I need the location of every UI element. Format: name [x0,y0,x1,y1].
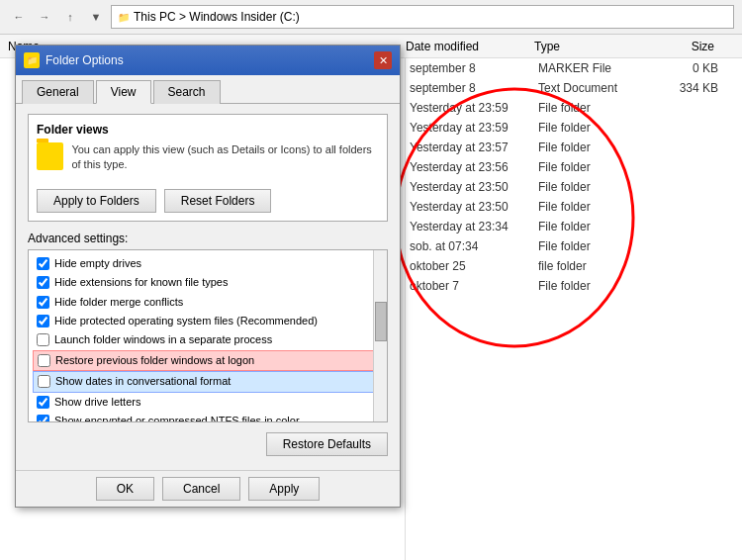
folder-views-buttons: Apply to Folders Reset Folders [37,189,379,213]
recent-locations-button[interactable]: ▼ [85,6,107,28]
setting-item: Hide folder merge conflicts [33,293,383,312]
address-bar[interactable]: 📁 This PC > Windows Insider (C:) [111,5,734,29]
address-icon: 📁 [118,12,130,23]
file-type: MARKER File [538,61,657,75]
file-type: File folder [538,239,657,253]
folder-views-group: Folder views You can apply this view (su… [28,114,388,222]
file-date: Yesterday at 23:56 [410,160,538,174]
type-column-header[interactable]: Type [534,35,653,57]
up-button[interactable]: ↑ [59,6,81,28]
file-type: File folder [538,121,657,135]
table-row[interactable]: Yesterday at 23:56 File folder [406,157,742,177]
setting-item: Hide extensions for known file types [33,273,383,292]
file-type: File folder [538,140,657,154]
date-column-header[interactable]: Date modified [406,35,534,57]
table-row[interactable]: sob. at 07:34 File folder [406,236,742,256]
file-type: File folder [538,200,657,214]
setting-text: Show drive letters [54,395,140,410]
file-date: Yesterday at 23:50 [410,180,538,194]
setting-item: Show drive letters [33,393,383,412]
file-size: 334 KB [657,81,726,95]
folder-options-dialog: 📁 Folder Options ✕ General View Search F… [15,45,401,508]
dialog-tabs: General View Search [16,75,400,104]
setting-text: Hide protected operating system files (R… [54,314,318,328]
setting-text: Hide extensions for known file types [54,275,228,290]
table-row[interactable]: Yesterday at 23:59 File folder [406,98,742,118]
setting-item: Show encrypted or compressed NTFS files … [33,412,383,422]
file-type: Text Document [538,81,657,95]
file-date: Yesterday at 23:57 [410,140,538,154]
toolbar: ← → ↑ ▼ 📁 This PC > Windows Insider (C:) [0,0,742,35]
file-date: Yesterday at 23:59 [410,101,538,115]
scrollbar-track[interactable] [373,250,387,421]
file-date: oktober 25 [410,259,538,273]
table-row[interactable]: oktober 7 File folder [406,276,742,296]
dialog-titlebar: 📁 Folder Options ✕ [16,46,400,75]
close-button[interactable]: ✕ [374,51,392,69]
setting-checkbox-8[interactable] [37,415,49,422]
settings-list: Hide empty drives Hide extensions for kn… [29,250,387,422]
dialog-content: Folder views You can apply this view (su… [16,104,400,470]
setting-item: Hide protected operating system files (R… [33,312,383,330]
setting-checkbox-3[interactable] [37,315,49,327]
file-type: File folder [538,160,657,174]
dialog-footer: OK Cancel Apply [16,470,400,507]
apply-button[interactable]: Apply [248,477,320,501]
setting-item: Launch folder windows in a separate proc… [33,330,383,349]
forward-button[interactable]: → [34,6,55,28]
table-row[interactable]: september 8 Text Document 334 KB [406,78,742,98]
setting-item: Restore previous folder windows at logon [33,350,383,371]
table-row[interactable]: Yesterday at 23:50 File folder [406,197,742,217]
setting-checkbox-4[interactable] [37,333,49,346]
reset-folders-button[interactable]: Reset Folders [164,189,272,213]
table-row[interactable]: Yesterday at 23:50 File folder [406,177,742,197]
explorer-window: ← → ↑ ▼ 📁 This PC > Windows Insider (C:)… [0,0,742,560]
setting-text: Restore previous folder windows at logon [55,353,254,368]
restore-defaults-button[interactable]: Restore Defaults [266,432,388,456]
setting-text: Show encrypted or compressed NTFS files … [54,414,300,422]
file-date: sob. at 07:34 [410,239,538,253]
file-type: File folder [538,279,657,293]
cancel-button[interactable]: Cancel [162,477,240,501]
setting-text: Hide empty drives [54,256,141,271]
setting-item: Show dates in conversational format [33,371,383,392]
setting-text: Hide folder merge conflicts [54,295,183,310]
file-date: Yesterday at 23:59 [410,121,538,135]
table-row[interactable]: oktober 25 file folder [406,256,742,276]
back-button[interactable]: ← [8,6,30,28]
tab-view[interactable]: View [96,80,151,104]
size-column-header[interactable]: Size [653,35,722,57]
setting-checkbox-2[interactable] [37,296,49,309]
setting-checkbox-7[interactable] [37,396,49,409]
setting-checkbox-5[interactable] [38,354,50,367]
table-row[interactable]: Yesterday at 23:34 File folder [406,217,742,236]
dialog-icon: 📁 [24,52,40,68]
ok-button[interactable]: OK [96,477,154,501]
setting-text: Launch folder windows in a separate proc… [54,332,272,347]
address-text: This PC > Windows Insider (C:) [134,10,300,24]
file-date: september 8 [410,81,538,95]
table-row[interactable]: Yesterday at 23:59 File folder [406,118,742,138]
tab-search[interactable]: Search [153,80,221,104]
file-date: oktober 7 [410,279,538,293]
restore-defaults-row: Restore Defaults [28,432,388,456]
setting-checkbox-0[interactable] [37,257,49,270]
apply-to-folders-button[interactable]: Apply to Folders [37,189,156,213]
table-row[interactable]: Yesterday at 23:57 File folder [406,138,742,157]
file-type: file folder [538,259,657,273]
table-row[interactable]: september 8 MARKER File 0 KB [406,58,742,78]
dialog-title: Folder Options [46,53,124,67]
file-list-panel[interactable]: september 8 MARKER File 0 KB september 8… [406,58,742,560]
advanced-settings-label: Advanced settings: [28,232,388,245]
file-type: File folder [538,101,657,115]
tab-general[interactable]: General [22,80,94,104]
file-date: Yesterday at 23:34 [410,220,538,233]
folder-views-title: Folder views [37,123,379,137]
folder-icon-preview [37,142,63,170]
file-list: september 8 MARKER File 0 KB september 8… [406,58,742,296]
setting-checkbox-6[interactable] [38,375,50,388]
file-date: Yesterday at 23:50 [410,200,538,214]
scrollbar-thumb[interactable] [375,302,387,341]
setting-checkbox-1[interactable] [37,276,49,289]
settings-list-container[interactable]: Hide empty drives Hide extensions for kn… [28,249,388,422]
